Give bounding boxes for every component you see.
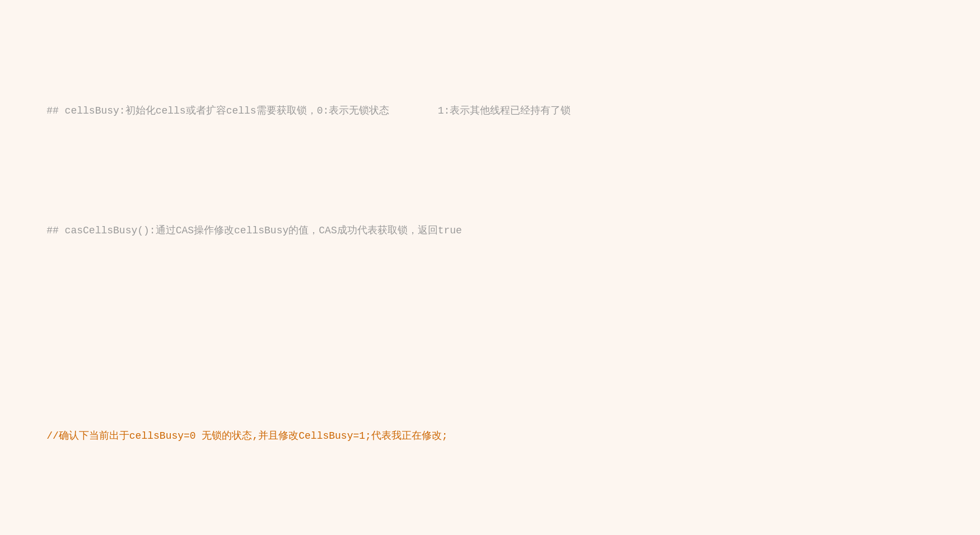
code-container: ## cellsBusy:初始化cells或者扩容cells需要获取锁，0:表示…: [22, 17, 958, 535]
line-4: //确认下当前出于cellsBusy=0 无锁的状态,并且修改CellsBusy…: [22, 411, 958, 462]
comment-hash-1: ## cellsBusy:初始化cells或者扩容cells需要获取锁，0:表示…: [46, 105, 571, 116]
comment-hash-2: ## casCellsBusy():通过CAS操作修改cellsBusy的值，C…: [46, 225, 462, 236]
line-1: ## cellsBusy:初始化cells或者扩容cells需要获取锁，0:表示…: [22, 85, 958, 137]
comment-slash-zh: //确认下当前出于cellsBusy=0 无锁的状态,并且修改CellsBusy…: [46, 430, 447, 442]
line-2: ## casCellsBusy():通过CAS操作修改cellsBusy的值，C…: [22, 205, 958, 257]
empty-line-1: [22, 325, 958, 342]
line-5: else if (cellsBusy == 0 && cells == as &…: [22, 531, 958, 535]
